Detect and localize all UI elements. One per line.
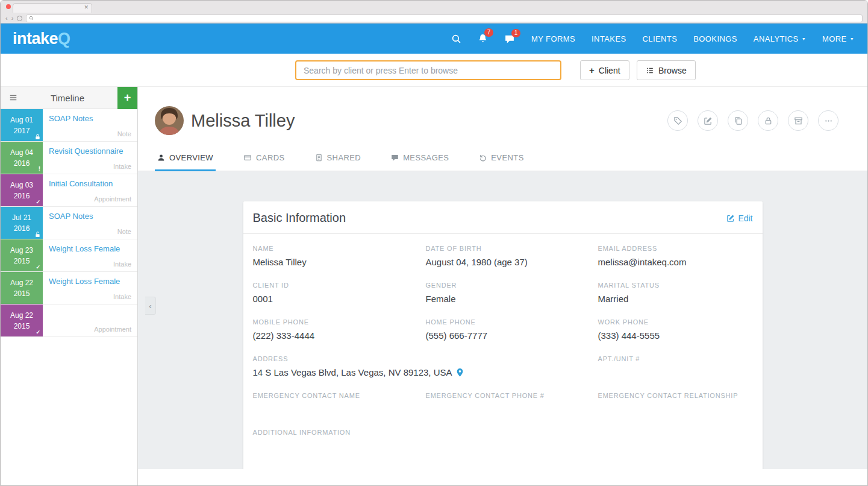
client-header: Melissa Tilley: [138, 87, 867, 135]
exclamation-icon: !: [39, 166, 40, 172]
timeline-date-block: Aug 222015: [1, 272, 43, 304]
timeline-date-block: Aug 012017: [1, 109, 43, 141]
tag-button[interactable]: [667, 110, 688, 131]
lock-icon: [764, 116, 773, 125]
lock-button[interactable]: [758, 110, 778, 131]
client-avatar[interactable]: [155, 106, 184, 135]
nav-analytics[interactable]: ANALYTICS▼: [754, 34, 806, 43]
document-icon: [315, 154, 323, 162]
add-timeline-item-button[interactable]: +: [117, 87, 137, 109]
tag-icon: [673, 116, 682, 125]
menu-icon[interactable]: [1, 93, 17, 102]
field-emergency-contact-phone: EMERGENCY CONTACT PHONE #: [426, 392, 598, 414]
timeline-item-type: Appointment: [94, 326, 131, 333]
timeline-item[interactable]: Aug 232015 ✓ Weight Loss Female Intake: [1, 239, 137, 272]
field-mobile-phone: MOBILE PHONE (222) 333-4444: [253, 318, 426, 341]
edit-button[interactable]: [698, 110, 718, 131]
tab-events[interactable]: EVENTS: [476, 153, 526, 171]
timeline-item[interactable]: Aug 032016 ✓ Initial Consultation Appoin…: [1, 174, 137, 207]
nav-intakes[interactable]: INTAKES: [592, 34, 626, 43]
client-name: Melissa Tilley: [191, 111, 295, 131]
address-bar-input[interactable]: [26, 14, 863, 22]
client-detail-panel: ‹ Melissa Tilley: [138, 87, 867, 486]
timeline-item[interactable]: Aug 222015 Weight Loss Female Intake: [1, 272, 137, 305]
intakeq-logo[interactable]: intakeQ: [13, 30, 70, 48]
chevron-down-icon: ▼: [850, 37, 854, 41]
more-button[interactable]: [818, 110, 838, 131]
collapse-sidebar-handle[interactable]: ‹: [145, 297, 156, 315]
timeline-item[interactable]: Aug 222015 ✓ Appointment: [1, 305, 137, 337]
browser-forward-icon[interactable]: ›: [11, 15, 14, 22]
plus-icon: +: [589, 66, 595, 75]
nav-my-forms[interactable]: MY FORMS: [531, 34, 575, 43]
archive-button[interactable]: [788, 110, 808, 131]
person-icon: [157, 154, 165, 162]
timeline-item[interactable]: Aug 042016 ! Revisit Questionnaire Intak…: [1, 142, 137, 174]
timeline-item-title[interactable]: SOAP Notes: [49, 212, 131, 221]
browser-url-bar: ‹ ›: [1, 13, 867, 24]
nav-bookings[interactable]: BOOKINGS: [693, 34, 737, 43]
browser-tab[interactable]: ✕: [13, 3, 92, 13]
tab-shared[interactable]: SHARED: [313, 153, 364, 171]
timeline-item-type: Note: [117, 130, 131, 137]
tab-overview[interactable]: OVERVIEW: [155, 153, 216, 171]
list-icon: [646, 66, 654, 75]
notifications-bell-icon[interactable]: 7: [478, 33, 488, 44]
chevron-down-icon: ▼: [802, 37, 806, 41]
nav-more[interactable]: MORE▼: [822, 34, 854, 43]
speech-bubble-icon: [391, 154, 399, 162]
copy-icon: [734, 116, 743, 125]
browser-window: ✕ ‹ › intakeQ 7 1 MY FORMS: [0, 0, 868, 486]
timeline-item[interactable]: Jul 212016 SOAP Notes Note: [1, 207, 137, 239]
ellipsis-icon: [824, 116, 833, 125]
timeline-date-block: Aug 222015 ✓: [1, 305, 43, 336]
search-icon: [29, 16, 34, 21]
field-marital-status: MARITAL STATUS Married: [598, 282, 753, 304]
tab-close-icon[interactable]: ✕: [84, 4, 89, 10]
timeline-item-type: Appointment: [94, 195, 131, 203]
field-home-phone: HOME PHONE (555) 666-7777: [426, 318, 598, 341]
messages-badge: 1: [511, 29, 520, 37]
notifications-badge: 7: [484, 28, 493, 37]
browse-button[interactable]: Browse: [637, 60, 696, 80]
timeline-item-type: Note: [117, 228, 131, 235]
timeline-date-block: Jul 212016: [1, 207, 43, 239]
timeline-item-title[interactable]: Weight Loss Female: [49, 277, 131, 286]
field-address: ADDRESS 14 S Las Vegas Blvd, Las Vegas, …: [253, 355, 598, 377]
messages-chat-icon[interactable]: 1: [504, 34, 515, 44]
lock-icon: [35, 134, 40, 140]
unlock-icon: [35, 232, 40, 238]
check-icon: ✓: [36, 265, 40, 270]
check-icon: ✓: [36, 200, 40, 205]
client-search-input[interactable]: [295, 60, 561, 80]
search-icon[interactable]: [451, 34, 461, 44]
browser-back-icon[interactable]: ‹: [5, 15, 8, 22]
archive-icon: [794, 116, 803, 125]
tab-messages[interactable]: MESSAGES: [389, 153, 451, 171]
card-icon: [243, 154, 252, 162]
timeline-item-title[interactable]: SOAP Notes: [49, 114, 131, 124]
close-window-button[interactable]: [6, 4, 11, 9]
tab-cards[interactable]: CARDS: [241, 153, 287, 171]
timeline-item-title[interactable]: Initial Consultation: [49, 179, 131, 189]
map-pin-icon[interactable]: [456, 368, 464, 377]
history-icon: [479, 154, 487, 162]
basic-information-card: Basic Information Edit NAME Melissa Till…: [243, 201, 763, 469]
add-client-button[interactable]: + Client: [580, 60, 629, 80]
timeline-sidebar: Timeline + Aug 012017 SOAP Notes Note Au…: [1, 87, 138, 486]
client-actions: [667, 110, 838, 131]
field-work-phone: WORK PHONE (333) 444-5555: [598, 318, 753, 341]
edit-icon: [704, 116, 713, 125]
app-navbar: intakeQ 7 1 MY FORMS INTAKES CLIENTS BOO…: [1, 24, 867, 54]
timeline-item-title[interactable]: Weight Loss Female: [49, 244, 131, 254]
client-toolbar: + Client Browse: [1, 54, 867, 87]
copy-button[interactable]: [728, 110, 748, 131]
edit-basic-info-link[interactable]: Edit: [726, 213, 752, 223]
timeline-item-title[interactable]: Revisit Questionnaire: [49, 147, 131, 156]
nav-clients[interactable]: CLIENTS: [643, 34, 678, 43]
browser-chrome: ✕ ‹ ›: [1, 1, 867, 24]
timeline-date-block: Aug 032016 ✓: [1, 174, 43, 206]
timeline-title: Timeline: [17, 93, 117, 103]
browser-reload-icon[interactable]: [17, 16, 22, 21]
timeline-item[interactable]: Aug 012017 SOAP Notes Note: [1, 109, 137, 142]
